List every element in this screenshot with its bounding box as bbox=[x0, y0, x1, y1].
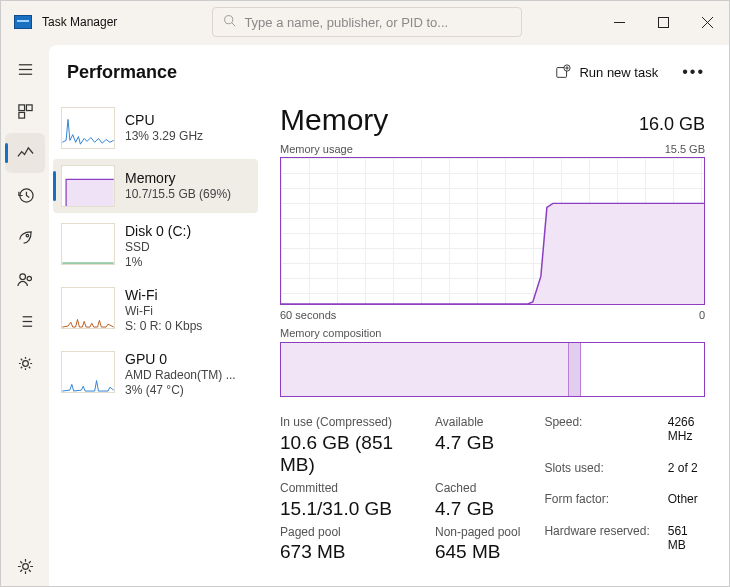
memory-thumb bbox=[61, 165, 115, 207]
svg-point-14 bbox=[19, 273, 25, 279]
form-value: Other bbox=[668, 492, 705, 518]
disk-thumb bbox=[61, 223, 115, 265]
detail-pane: Memory 16.0 GB Memory usage 15.5 GB 60 s… bbox=[262, 99, 729, 586]
nonpagedpool-value: 645 MB bbox=[435, 541, 520, 564]
memory-usage-chart bbox=[280, 157, 705, 305]
memory-total: 16.0 GB bbox=[639, 114, 705, 135]
memory-composition-chart bbox=[280, 342, 705, 397]
page-title: Performance bbox=[67, 62, 177, 83]
x-axis-right: 0 bbox=[699, 309, 705, 321]
svg-point-13 bbox=[26, 234, 28, 236]
x-axis-left: 60 seconds bbox=[280, 309, 336, 321]
inuse-value: 10.6 GB (851 MB) bbox=[280, 432, 407, 478]
nav-history[interactable] bbox=[5, 175, 45, 215]
nav-performance[interactable] bbox=[5, 133, 45, 173]
sidebar-item-wifi[interactable]: Wi-FiWi-FiS: 0 R: 0 Kbps bbox=[53, 281, 258, 341]
run-task-label: Run new task bbox=[579, 65, 658, 80]
pagedpool-label: Paged pool bbox=[280, 525, 407, 541]
svg-rect-10 bbox=[26, 104, 32, 110]
slots-value: 2 of 2 bbox=[668, 461, 705, 487]
perf-sidebar: CPU13% 3.29 GHz Memory10.7/15.5 GB (69%)… bbox=[49, 99, 262, 586]
cpu-thumb bbox=[61, 107, 115, 149]
sidebar-item-cpu[interactable]: CPU13% 3.29 GHz bbox=[53, 101, 258, 155]
close-button[interactable] bbox=[685, 5, 729, 39]
inuse-label: In use (Compressed) bbox=[280, 415, 407, 431]
app-icon bbox=[14, 15, 32, 29]
available-value: 4.7 GB bbox=[435, 432, 520, 455]
svg-line-1 bbox=[232, 23, 235, 26]
detail-title: Memory bbox=[280, 103, 388, 137]
hwres-label: Hardware reserved: bbox=[544, 524, 649, 564]
form-label: Form factor: bbox=[544, 492, 649, 518]
minimize-button[interactable] bbox=[597, 5, 641, 39]
speed-value: 4266 MHz bbox=[668, 415, 705, 455]
hamburger-button[interactable] bbox=[5, 49, 45, 89]
svg-point-15 bbox=[27, 276, 31, 280]
cached-label: Cached bbox=[435, 481, 520, 497]
maximize-button[interactable] bbox=[641, 5, 685, 39]
nav-services[interactable] bbox=[5, 343, 45, 383]
slots-label: Slots used: bbox=[544, 461, 649, 487]
search-icon bbox=[223, 14, 236, 30]
nav-processes[interactable] bbox=[5, 91, 45, 131]
nav-rail bbox=[1, 43, 49, 586]
wifi-thumb bbox=[61, 287, 115, 329]
sidebar-item-memory[interactable]: Memory10.7/15.5 GB (69%) bbox=[53, 159, 258, 213]
pagedpool-value: 673 MB bbox=[280, 541, 407, 564]
sidebar-item-disk[interactable]: Disk 0 (C:)SSD1% bbox=[53, 217, 258, 277]
svg-point-0 bbox=[225, 16, 233, 24]
composition-label: Memory composition bbox=[280, 327, 705, 339]
search-box[interactable]: Type a name, publisher, or PID to... bbox=[212, 7, 522, 37]
title-bar: Task Manager Type a name, publisher, or … bbox=[1, 1, 729, 43]
nav-details[interactable] bbox=[5, 301, 45, 341]
nav-settings[interactable] bbox=[5, 546, 45, 586]
usage-label: Memory usage bbox=[280, 143, 353, 155]
run-task-icon bbox=[555, 64, 571, 80]
sidebar-item-gpu[interactable]: GPU 0AMD Radeon(TM) ...3% (47 °C) bbox=[53, 345, 258, 405]
svg-point-22 bbox=[22, 360, 28, 366]
available-label: Available bbox=[435, 415, 520, 431]
committed-label: Committed bbox=[280, 481, 407, 497]
svg-rect-9 bbox=[18, 104, 24, 110]
speed-label: Speed: bbox=[544, 415, 649, 455]
committed-value: 15.1/31.0 GB bbox=[280, 498, 407, 521]
window-title: Task Manager bbox=[42, 15, 117, 29]
cached-value: 4.7 GB bbox=[435, 498, 520, 521]
usage-max: 15.5 GB bbox=[665, 143, 705, 155]
hwres-value: 561 MB bbox=[668, 524, 705, 564]
nav-users[interactable] bbox=[5, 259, 45, 299]
svg-point-23 bbox=[22, 563, 28, 569]
run-new-task-button[interactable]: Run new task bbox=[547, 58, 666, 86]
more-options-button[interactable]: ••• bbox=[676, 59, 711, 85]
gpu-thumb bbox=[61, 351, 115, 393]
search-placeholder: Type a name, publisher, or PID to... bbox=[244, 15, 448, 30]
nonpagedpool-label: Non-paged pool bbox=[435, 525, 520, 541]
nav-startup[interactable] bbox=[5, 217, 45, 257]
svg-rect-3 bbox=[658, 17, 668, 27]
svg-rect-11 bbox=[18, 112, 24, 118]
